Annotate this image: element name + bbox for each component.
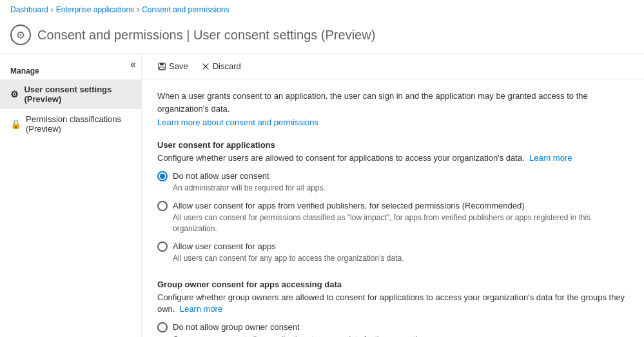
user-consent-option-2-title: Allow user consent for apps from verifie… (173, 200, 629, 212)
group-owner-option-1-desc: Group owners cannot allow applications t… (173, 334, 447, 338)
sidebar-manage-title: Manage (0, 59, 141, 79)
user-consent-option-3-desc: All users can consent for any app to acc… (173, 253, 404, 264)
toolbar: Save Discard (142, 54, 644, 79)
content-body: When a user grants consent to an applica… (142, 79, 644, 337)
group-owner-radio-group: Do not allow group owner consent Group o… (157, 322, 629, 337)
sidebar-item-user-consent[interactable]: ⚙ User consent settings (Preview) (0, 79, 141, 109)
save-button[interactable]: Save (152, 59, 193, 74)
user-consent-option-1-desc: An administrator will be required for al… (173, 183, 326, 194)
sidebar-item-permission-label: Permission classifications (Preview) (26, 114, 131, 134)
page-title: Consent and permissions | User consent s… (37, 28, 375, 43)
user-consent-option-1-title: Do not allow user consent (173, 170, 326, 182)
discard-button[interactable]: Discard (196, 59, 246, 74)
svg-rect-2 (160, 66, 164, 69)
group-owner-option-1: Do not allow group owner consent Group o… (157, 322, 629, 337)
sidebar-item-permission-classifications[interactable]: 🔒 Permission classifications (Preview) (0, 109, 141, 139)
user-consent-option-3-title: Allow user consent for apps (173, 241, 404, 252)
learn-more-consent-link[interactable]: Learn more about consent and permissions (157, 117, 318, 127)
user-consent-option-1: Do not allow user consent An administrat… (157, 170, 629, 194)
intro-text: When a user grants consent to an applica… (157, 90, 629, 115)
user-consent-radio-2[interactable] (157, 201, 168, 211)
lock-icon: 🔒 (10, 119, 21, 129)
gear-icon: ⚙ (10, 89, 19, 99)
group-owner-desc: Configure whether group owners are allow… (157, 292, 629, 315)
sidebar-item-user-consent-label: User consent settings (Preview) (24, 85, 131, 104)
user-consent-option-2-desc: All users can consent for permissions cl… (173, 212, 629, 234)
svg-rect-1 (160, 63, 163, 65)
group-owner-section: Group owner consent for apps accessing d… (157, 280, 629, 337)
group-owner-learn-more[interactable]: Learn more (180, 304, 222, 314)
main-layout: « Manage ⚙ User consent settings (Previe… (0, 54, 644, 337)
breadcrumb-enterprise-apps[interactable]: Enterprise applications (56, 5, 134, 14)
user-consent-option-3: Allow user consent for apps All users ca… (157, 241, 629, 264)
user-consent-section: User consent for applications Configure … (157, 140, 629, 264)
sidebar-collapse-button[interactable]: « (130, 59, 136, 70)
save-icon (157, 62, 166, 71)
group-owner-radio-1[interactable] (157, 322, 168, 332)
group-owner-option-1-title: Do not allow group owner consent (173, 322, 447, 333)
page-header-icon: ⚙ (10, 25, 31, 45)
user-consent-radio-1[interactable] (157, 171, 168, 181)
user-consent-option-2: Allow user consent for apps from verifie… (157, 200, 629, 234)
user-consent-title: User consent for applications (157, 140, 629, 150)
user-consent-desc: Configure whether users are allowed to c… (157, 152, 629, 164)
user-consent-radio-3[interactable] (157, 241, 168, 252)
sidebar: « Manage ⚙ User consent settings (Previe… (0, 54, 142, 337)
group-owner-title: Group owner consent for apps accessing d… (157, 280, 629, 289)
breadcrumb-dashboard[interactable]: Dashboard (10, 5, 48, 14)
user-consent-learn-more[interactable]: Learn more (529, 153, 572, 163)
breadcrumb-consent[interactable]: Consent and permissions (142, 5, 229, 14)
breadcrumb: Dashboard › Enterprise applications › Co… (0, 0, 644, 19)
content-area: Save Discard When a user grants consent … (142, 54, 644, 337)
user-consent-radio-group: Do not allow user consent An administrat… (157, 170, 629, 264)
page-header: ⚙ Consent and permissions | User consent… (0, 19, 644, 54)
discard-icon (201, 62, 210, 71)
